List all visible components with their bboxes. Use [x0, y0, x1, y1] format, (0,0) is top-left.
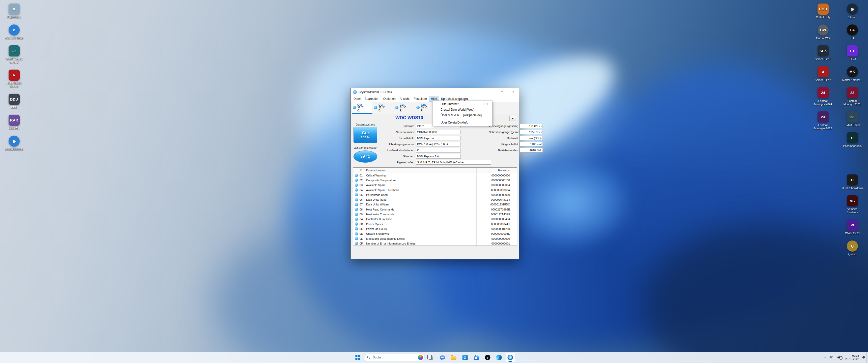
desktop-icon[interactable]: 4 Sniper Elite 4 — [812, 66, 834, 82]
volume-icon[interactable] — [836, 356, 842, 359]
field-value: NVM Express 1.4 — [416, 154, 461, 159]
search-input[interactable] — [372, 356, 416, 360]
field-label: Lesevorgänge (gesamt) — [489, 125, 520, 128]
clock[interactable]: 00:38 25.10.2023 — [845, 354, 859, 361]
menu-item[interactable]: Über S.M.A.R.T. [wikipedia.de] — [433, 112, 492, 118]
menu-item[interactable]: Festplatte — [411, 96, 429, 101]
status-dot-icon — [355, 178, 358, 182]
field-row: Schnittstelle NVM Express — [379, 135, 489, 141]
desktop-icon[interactable]: F1 F1 23 — [842, 45, 863, 61]
desktop-icon[interactable]: MK Mortal Kombat 1 — [842, 66, 863, 82]
task-view[interactable] — [426, 353, 436, 363]
desktop-icon[interactable]: GZ TechPowerUp GPU-Z — [3, 45, 25, 64]
desktop-icon-label: WWE 2K23 — [845, 232, 860, 235]
smart-row[interactable]: 0C Power On Hours 000000001208 — [353, 226, 517, 231]
smart-row[interactable]: 01 Critical Warning 000000000000 — [353, 173, 517, 178]
app-icon: e — [8, 25, 20, 36]
menu-item[interactable]: Bearbeiten — [363, 96, 381, 101]
smart-row[interactable]: 03 Available Spare 000000000064 — [353, 183, 517, 188]
tiktok[interactable] — [483, 353, 493, 363]
field-label: Schnittstelle — [379, 137, 416, 140]
desktop-icon[interactable]: W WWE 2K23 — [842, 220, 863, 235]
desktop-icon[interactable]: 23 Football Manager 2023 — [842, 87, 863, 106]
desktop-icon[interactable]: ◉ Steam — [842, 3, 863, 19]
desktop-icon[interactable]: DDU DDU — [3, 94, 25, 109]
desktop-icon[interactable]: P Phasmophobia — [842, 132, 863, 148]
menu-item[interactable]: Crystal Dew World [Web] — [433, 107, 492, 112]
temperature-box: 39 °C — [353, 151, 377, 163]
smart-id: 09 — [360, 213, 366, 216]
taskbar-center — [353, 353, 516, 363]
smart-row[interactable]: 0A Controller Busy Time 000000000494 — [353, 217, 517, 222]
desktop-icon[interactable]: 23 FM23 Editor — [842, 111, 863, 127]
disk-tab[interactable]: Gut 34 °C E: — [394, 102, 415, 114]
app-icon: ◉ — [847, 3, 858, 14]
desktop-icon[interactable]: COD Call of Duty — [812, 3, 834, 19]
minimize-button[interactable]: ─ — [485, 88, 496, 96]
file-explorer[interactable] — [448, 353, 459, 363]
app-icon: 23 — [847, 111, 858, 123]
search-highlights-icon — [418, 355, 423, 360]
close-button[interactable]: × — [508, 88, 519, 96]
desktop-icon-label: CrystalDiskInfo — [5, 148, 24, 151]
microsoft-store[interactable] — [471, 353, 482, 363]
menu-item[interactable]: Über CrystalDiskInfo — [433, 120, 492, 125]
hidden-icons-chevron[interactable] — [823, 357, 827, 360]
crystaldiskinfo[interactable] — [505, 353, 516, 363]
smart-row[interactable]: 02 Composite Temperature 000000000138 — [353, 178, 517, 183]
start-button[interactable] — [353, 353, 363, 363]
menu-item[interactable]: Hilfe [Internet] F1 — [433, 101, 492, 107]
desktop-icon[interactable]: ♻ Papierkorb — [3, 3, 25, 19]
desktop-icon[interactable]: RAR WinRAR — [3, 115, 25, 130]
smart-raw: 000000000138 — [476, 178, 517, 183]
desktop-icon[interactable]: R AMD Ryzen Master — [3, 70, 25, 88]
field-value: 1185 mal — [520, 142, 543, 146]
search-box[interactable] — [364, 354, 425, 361]
field-label: Eingeschaltet — [489, 143, 520, 146]
smart-row[interactable]: 0E Media and Data Integrity Errors 00000… — [353, 236, 517, 241]
menu-item[interactable]: Optionen — [381, 96, 398, 101]
smart-row[interactable]: 05 Percentage Used 000000000000 — [353, 192, 517, 197]
smart-row[interactable]: 08 Host Read Commands 00002171696E — [353, 207, 517, 212]
smart-row[interactable]: 0B Power Cycles 0000000004A1 — [353, 222, 517, 226]
app-icon: Q — [847, 240, 858, 252]
desktop-icon[interactable]: e Microsoft Edge — [3, 25, 25, 40]
menu-item[interactable]: Datei — [351, 96, 363, 101]
field-label: Betriebsstunden — [489, 149, 520, 152]
edge[interactable] — [494, 353, 504, 363]
smart-row[interactable]: 06 Data Units Read 000002648C14 — [353, 197, 517, 202]
desktop-icon[interactable]: VS Vampire Survivors — [842, 195, 863, 214]
menu-item[interactable]: Ansicht — [398, 96, 411, 101]
next-disk-button[interactable]: ▶ — [509, 116, 516, 121]
smart-row[interactable]: 09 Host Write Commands 0000117A43E9 — [353, 212, 517, 217]
disk-tab[interactable]: Gut 39 °C C: — [352, 102, 372, 114]
desktop-icon[interactable]: 24 Football Manager 2024 — [812, 87, 834, 106]
app-icon: R — [8, 70, 20, 81]
desktop-icon[interactable]: Q Quake — [842, 240, 863, 256]
desktop-icon[interactable]: SE5 Sniper Elite 5 — [812, 45, 834, 61]
desktop-icon[interactable]: 23 Football Manager 2023 — [812, 111, 834, 130]
field-row: Standard NVM Express 1.4 — [379, 153, 489, 159]
desktop-icon[interactable]: ◉ CrystalDiskInfo — [3, 136, 25, 151]
desktop-icon[interactable]: EA EA — [842, 25, 863, 40]
desktop-icon[interactable]: GW God of War — [812, 25, 834, 40]
smart-row[interactable]: 0D Unsafe Shutdowns 00000000003E — [353, 231, 517, 236]
desktop-icon-label: Football Manager 2024 — [812, 99, 834, 106]
desktop-icon[interactable]: H Hunt: Showdown — [842, 174, 863, 190]
smart-raw: 0000000004A1 — [476, 222, 517, 226]
outlook[interactable] — [460, 353, 470, 363]
disk-tab[interactable]: Gut 32 °C D: — [373, 102, 394, 114]
wifi-icon[interactable] — [829, 356, 833, 359]
title-bar[interactable]: CrystalDiskInfo 9.1.1 x64 ─ □ × — [351, 88, 519, 96]
tray-date: 25.10.2023 — [845, 358, 859, 361]
status-dot-icon — [355, 193, 358, 196]
disk-status: Gut — [378, 103, 385, 106]
smart-row[interactable]: 04 Available Spare Threshold 00000000000… — [353, 188, 517, 192]
smart-row[interactable]: 0F Number of Error Information Log Entri… — [353, 241, 517, 246]
teams-chat[interactable] — [437, 353, 447, 363]
notification-bell-icon[interactable] — [862, 356, 866, 359]
smart-row[interactable]: 07 Data Units Written 000001931FDC — [353, 202, 517, 207]
field-row: Eigenschaften S.M.A.R.T., TRIM, Volatile… — [379, 159, 489, 165]
show-desktop-button[interactable] — [867, 352, 868, 363]
maximize-button[interactable]: □ — [496, 88, 508, 96]
